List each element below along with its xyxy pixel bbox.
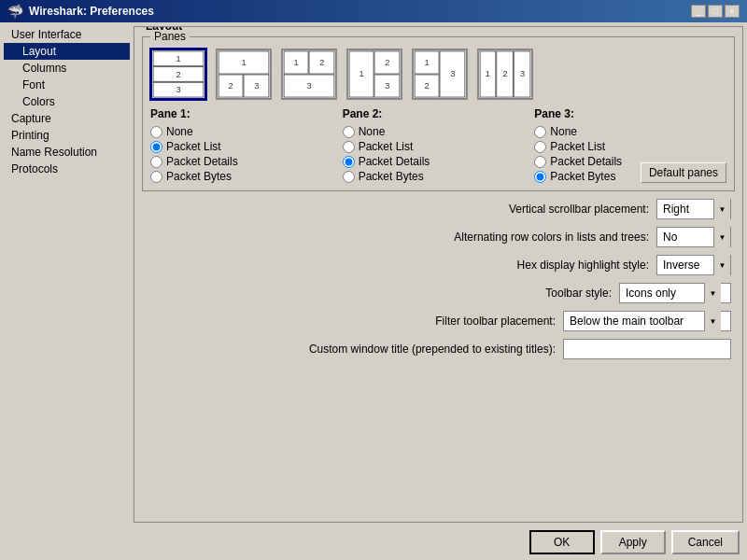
svg-text:3: 3 [450, 69, 455, 78]
pane1-bytes-row[interactable]: Packet Bytes [150, 170, 343, 183]
svg-text:2: 2 [319, 58, 324, 67]
window-controls[interactable]: _ □ × [691, 5, 740, 18]
svg-text:3: 3 [254, 81, 259, 91]
svg-text:1: 1 [176, 54, 180, 63]
sidebar-item-colors[interactable]: Colors [4, 93, 130, 110]
sidebar-item-font[interactable]: Font [4, 77, 130, 93]
hex-dropdown[interactable]: Inverse ▼ [656, 255, 731, 275]
toolbar-row: Toolbar style: Icons only ▼ [146, 283, 731, 303]
pane-layout-4[interactable]: 1 2 3 [346, 49, 402, 100]
maximize-button[interactable]: □ [708, 5, 723, 18]
pane2-label: Pane 2: [343, 107, 535, 120]
custom-title-label: Custom window title (prepended to existi… [146, 343, 556, 356]
hex-control: Inverse ▼ [656, 255, 731, 275]
hex-row: Hex display highlight style: Inverse ▼ [146, 255, 731, 275]
sidebar-item-name-resolution[interactable]: Name Resolution [4, 144, 130, 161]
scrollbar-row: Vertical scrollbar placement: Right ▼ [146, 199, 731, 219]
hex-value: Inverse [657, 257, 713, 273]
alternating-value: No [657, 229, 713, 245]
svg-text:2: 2 [229, 81, 233, 91]
pane2-column: Pane 2: None Packet List Packet Details [343, 107, 535, 183]
sidebar-item-printing[interactable]: Printing [4, 127, 130, 144]
scrollbar-control: Right ▼ [656, 199, 731, 219]
pane1-details-label: Packet Details [166, 155, 238, 168]
pane1-list-row[interactable]: Packet List [150, 140, 343, 153]
pane-thumbnails: 1 2 3 1 2 [150, 49, 726, 100]
pane1-details-row[interactable]: Packet Details [150, 155, 343, 168]
filter-row: Filter toolbar placement: Below the main… [146, 311, 731, 331]
pane1-details-radio[interactable] [150, 156, 162, 168]
pane3-label: Pane 3: [534, 107, 726, 120]
alternating-label: Alternating row colors in lists and tree… [146, 231, 649, 244]
svg-text:2: 2 [425, 81, 430, 91]
scrollbar-value: Right [657, 201, 713, 217]
pane2-none-radio[interactable] [343, 126, 355, 138]
filter-arrow[interactable]: ▼ [704, 311, 721, 331]
sidebar-item-layout[interactable]: Layout [4, 43, 130, 60]
pane2-bytes-label: Packet Bytes [359, 170, 424, 183]
toolbar-control: Icons only ▼ [619, 283, 731, 303]
pane2-details-row[interactable]: Packet Details [343, 155, 535, 168]
pane3-list-row[interactable]: Packet List [534, 140, 726, 153]
pane-layout-3[interactable]: 1 2 3 [281, 49, 337, 100]
custom-title-row: Custom window title (prepended to existi… [146, 339, 731, 359]
pane2-details-label: Packet Details [359, 155, 430, 168]
alternating-dropdown[interactable]: No ▼ [656, 227, 731, 247]
sidebar-item-user-interface[interactable]: User Interface [4, 26, 130, 43]
toolbar-dropdown[interactable]: Icons only ▼ [619, 283, 731, 303]
scrollbar-arrow[interactable]: ▼ [713, 199, 730, 219]
scrollbar-label: Vertical scrollbar placement: [146, 203, 649, 216]
svg-text:1: 1 [486, 69, 490, 78]
window-title: Wireshark: Preferences [29, 5, 154, 18]
pane-layout-2[interactable]: 1 2 3 [216, 49, 272, 100]
pane2-bytes-radio[interactable] [343, 171, 355, 183]
sidebar-item-capture[interactable]: Capture [4, 110, 130, 127]
pane2-list-row[interactable]: Packet List [343, 140, 535, 153]
main-container: User Interface Layout Columns Font Color… [0, 22, 747, 560]
pane1-list-label: Packet List [166, 140, 221, 153]
pane-layout-5[interactable]: 1 2 3 [412, 49, 468, 100]
pane1-bytes-label: Packet Bytes [166, 170, 232, 183]
pane1-none-row[interactable]: None [150, 125, 343, 138]
pane2-bytes-row[interactable]: Packet Bytes [343, 170, 535, 183]
pane3-details-radio[interactable] [534, 156, 546, 168]
filter-dropdown[interactable]: Below the main toolbar ▼ [563, 311, 731, 331]
pane3-bytes-radio[interactable] [534, 171, 546, 183]
pane2-list-radio[interactable] [343, 141, 355, 153]
pane3-none-row[interactable]: None [534, 125, 726, 138]
cancel-button[interactable]: Cancel [671, 530, 740, 554]
alternating-control: No ▼ [656, 227, 731, 247]
pane3-bytes-label: Packet Bytes [550, 170, 615, 183]
apply-button[interactable]: Apply [600, 530, 666, 554]
svg-text:2: 2 [176, 70, 180, 79]
title-bar: 🦈 Wireshark: Preferences _ □ × [0, 0, 747, 22]
alternating-row: Alternating row colors in lists and tree… [146, 227, 731, 247]
pane2-details-radio[interactable] [343, 156, 355, 168]
ok-button[interactable]: OK [529, 530, 595, 554]
pane1-none-radio[interactable] [150, 126, 162, 138]
sidebar-item-columns[interactable]: Columns [4, 60, 130, 77]
pane-layout-1[interactable]: 1 2 3 [150, 49, 206, 100]
alternating-arrow[interactable]: ▼ [713, 227, 730, 247]
close-button[interactable]: × [725, 5, 740, 18]
minimize-button[interactable]: _ [691, 5, 706, 18]
sidebar-item-protocols[interactable]: Protocols [4, 161, 130, 177]
pane-layout-6[interactable]: 1 2 3 [477, 49, 533, 100]
toolbar-arrow[interactable]: ▼ [704, 283, 721, 303]
scrollbar-dropdown[interactable]: Right ▼ [656, 199, 731, 219]
hex-label: Hex display highlight style: [146, 259, 649, 272]
pane1-list-radio[interactable] [150, 141, 162, 153]
pane3-none-radio[interactable] [534, 126, 546, 138]
bottom-bar: OK Apply Cancel [134, 526, 743, 556]
custom-title-input[interactable] [563, 339, 731, 359]
toolbar-value: Icons only [620, 285, 704, 301]
pane3-details-label: Packet Details [550, 155, 622, 168]
pane1-none-label: None [166, 125, 193, 138]
pane2-none-row[interactable]: None [343, 125, 535, 138]
hex-arrow[interactable]: ▼ [713, 255, 730, 275]
pane1-bytes-radio[interactable] [150, 171, 162, 183]
content-area: Layout Panes 1 2 3 [134, 26, 743, 556]
pane2-list-label: Packet List [359, 140, 414, 153]
default-panes-button[interactable]: Default panes [641, 162, 726, 183]
pane3-list-radio[interactable] [534, 141, 546, 153]
